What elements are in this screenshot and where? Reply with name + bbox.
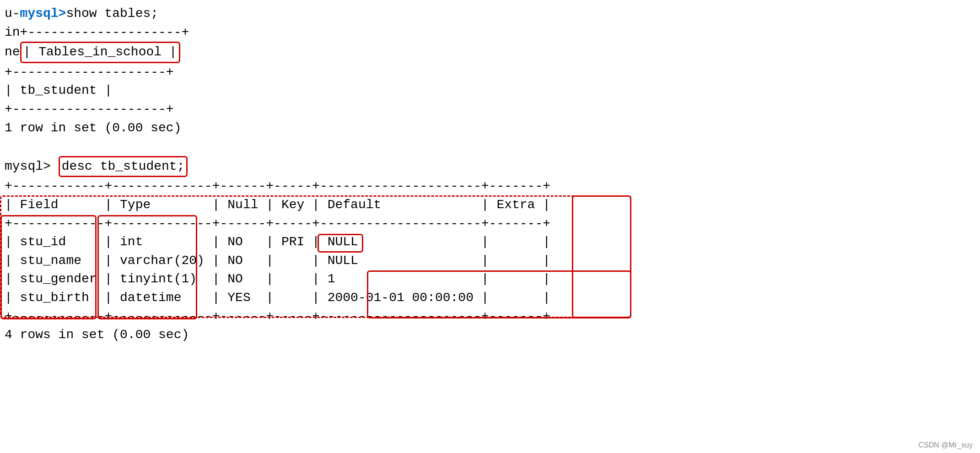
command-1: show tables;: [66, 5, 158, 23]
line-row-count-1: 1 row in set (0.00 sec): [0, 119, 980, 138]
line-border-1: in+--------------------+: [0, 23, 980, 42]
desc-table-section: +------------+-------------+------+-----…: [0, 177, 550, 326]
watermark: CSDN @Mr_suy: [919, 441, 973, 449]
line-tb-student: | tb_student |: [0, 81, 980, 100]
line-border-2: +--------------------+: [0, 63, 980, 82]
line-desc-cmd: mysql> desc tb_student;: [0, 156, 980, 178]
left-cut-1: u-: [5, 5, 20, 23]
extra-column-box: [572, 195, 631, 318]
prompt-1: mysql>: [20, 5, 66, 23]
border-top: +--------------------+: [20, 23, 189, 42]
row-count-1: 1 row in set (0.00 sec): [5, 119, 181, 138]
blank-line: [0, 137, 980, 156]
line-header: ne | Tables_in_school |: [0, 42, 980, 63]
desc-command-box: desc tb_student;: [59, 156, 188, 178]
left-cut-3: ne: [5, 43, 20, 62]
tables-header-box: | Tables_in_school |: [20, 42, 180, 63]
row-count-2: 4 rows in set (0.00 sec): [5, 326, 189, 345]
left-cut-2: in: [5, 23, 20, 42]
prompt-2: mysql>: [5, 157, 59, 176]
tb-student-cell: | tb_student |: [5, 81, 112, 100]
line-show-tables: u-mysql> show tables;: [0, 5, 980, 23]
border-mid: +--------------------+: [5, 63, 174, 82]
desc-table-pre: +------------+-------------+------+-----…: [5, 177, 550, 326]
terminal-window: u-mysql> show tables; in+---------------…: [0, 0, 980, 349]
line-border-3: +--------------------+: [0, 100, 980, 119]
line-row-count-2: 4 rows in set (0.00 sec): [0, 326, 980, 345]
border-bot: +--------------------+: [5, 100, 174, 119]
